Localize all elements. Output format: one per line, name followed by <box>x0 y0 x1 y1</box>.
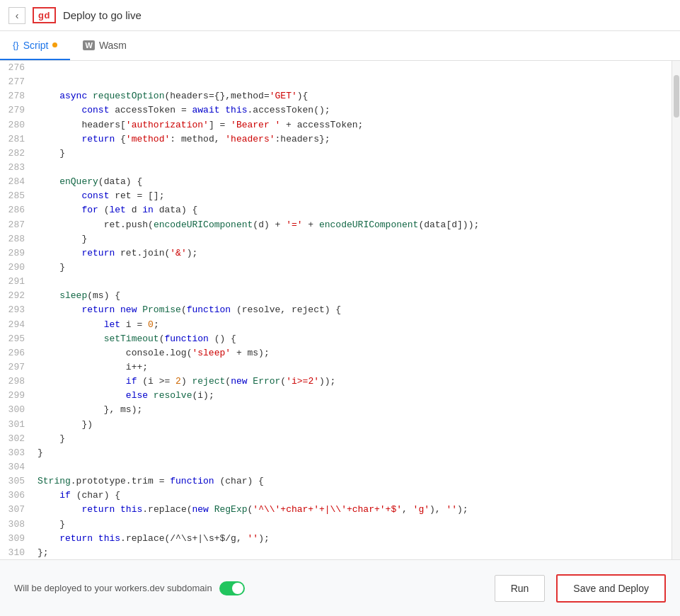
tab-script-label: Script <box>23 40 49 51</box>
code-area: 276 277 278 async requestOption(headers=… <box>0 61 680 559</box>
line-number: 297 <box>0 360 32 375</box>
line-code: async requestOption(headers={},method='G… <box>32 89 672 103</box>
line-number: 283 <box>0 161 32 175</box>
back-button[interactable]: ‹ <box>8 7 25 24</box>
line-number: 298 <box>0 375 32 389</box>
script-icon: {} <box>13 40 19 50</box>
line-number: 295 <box>0 332 32 346</box>
code-scroll[interactable]: 276 277 278 async requestOption(headers=… <box>0 61 672 559</box>
line-number: 289 <box>0 246 32 261</box>
table-row: 295 setTimeout(function () { <box>0 332 672 346</box>
line-number: 279 <box>0 103 32 118</box>
line-code <box>32 275 672 289</box>
line-code: } <box>32 432 672 446</box>
table-row: 310}; <box>0 546 672 559</box>
line-number: 286 <box>0 203 32 217</box>
table-row: 286 for (let d in data) { <box>0 203 672 217</box>
project-badge: gd <box>33 7 56 23</box>
line-number: 307 <box>0 503 32 517</box>
table-row: 284 enQuery(data) { <box>0 175 672 189</box>
line-code: if (char) { <box>32 489 672 503</box>
line-code: } <box>32 147 672 161</box>
unsaved-indicator <box>52 42 57 47</box>
line-code: sleep(ms) { <box>32 289 672 303</box>
table-row: 292 sleep(ms) { <box>0 289 672 303</box>
scrollbar-thumb <box>674 75 679 118</box>
line-code: setTimeout(function () { <box>32 332 672 346</box>
table-row: 303} <box>0 446 672 460</box>
line-number: 291 <box>0 275 32 289</box>
line-code: return {'method': method, 'headers':head… <box>32 132 672 147</box>
line-number: 303 <box>0 446 32 460</box>
line-number: 300 <box>0 403 32 417</box>
save-deploy-button[interactable]: Save and Deploy <box>556 574 666 603</box>
table-row: 309 return this.replace(/^\s+|\s+$/g, ''… <box>0 532 672 546</box>
line-code: } <box>32 232 672 246</box>
line-number: 281 <box>0 132 32 147</box>
line-number: 308 <box>0 518 32 532</box>
tab-script[interactable]: {} Script <box>0 31 70 60</box>
line-code: const accessToken = await this.accessTok… <box>32 103 672 118</box>
line-code: for (let d in data) { <box>32 203 672 217</box>
line-number: 306 <box>0 489 32 503</box>
line-number: 294 <box>0 318 32 332</box>
line-code: ret.push(encodeURIComponent(d) + '=' + e… <box>32 218 672 232</box>
line-number: 276 <box>0 61 32 75</box>
header-title: Deploy to go live <box>63 9 142 21</box>
line-code: }, ms); <box>32 403 672 417</box>
line-number: 280 <box>0 118 32 132</box>
line-code: console.log('sleep' + ms); <box>32 346 672 360</box>
line-number: 299 <box>0 389 32 403</box>
table-row: 305String.prototype.trim = function (cha… <box>0 474 672 489</box>
line-number: 290 <box>0 261 32 275</box>
line-code: } <box>32 261 672 275</box>
line-number: 304 <box>0 460 32 474</box>
line-code: return ret.join('&'); <box>32 246 672 261</box>
line-code: headers['authorization'] = 'Bearer ' + a… <box>32 118 672 132</box>
line-number: 282 <box>0 147 32 161</box>
deploy-info-text: Will be deployed to your workers.dev sub… <box>14 583 212 593</box>
toggle-knob <box>232 583 243 594</box>
table-row: 300 }, ms); <box>0 403 672 417</box>
line-code: else resolve(i); <box>32 389 672 403</box>
table-row: 293 return new Promise(function (resolve… <box>0 303 672 317</box>
table-row: 296 console.log('sleep' + ms); <box>0 346 672 360</box>
line-code: }) <box>32 418 672 432</box>
line-number: 278 <box>0 89 32 103</box>
line-number: 277 <box>0 75 32 89</box>
table-row: 288 } <box>0 232 672 246</box>
table-row: 278 async requestOption(headers={},metho… <box>0 89 672 103</box>
line-code <box>32 161 672 175</box>
line-code <box>32 61 672 75</box>
line-number: 293 <box>0 303 32 317</box>
table-row: 279 const accessToken = await this.acces… <box>0 103 672 118</box>
table-row: 294 let i = 0; <box>0 318 672 332</box>
line-code <box>32 460 672 474</box>
line-code <box>32 75 672 89</box>
table-row: 299 else resolve(i); <box>0 389 672 403</box>
table-row: 302 } <box>0 432 672 446</box>
header: ‹ gd Deploy to go live <box>0 0 680 31</box>
table-row: 287 ret.push(encodeURIComponent(d) + '='… <box>0 218 672 232</box>
run-button[interactable]: Run <box>495 575 546 602</box>
line-number: 302 <box>0 432 32 446</box>
table-row: 301 }) <box>0 418 672 432</box>
table-row: 291 <box>0 275 672 289</box>
line-code: i++; <box>32 360 672 375</box>
scrollbar-track[interactable] <box>672 61 680 559</box>
deploy-toggle[interactable] <box>219 581 245 595</box>
table-row: 308 } <box>0 518 672 532</box>
line-code: return this.replace(/^\s+|\s+$/g, ''); <box>32 532 672 546</box>
line-code: return this.replace(new RegExp('^\\'+cha… <box>32 503 672 517</box>
line-code: String.prototype.trim = function (char) … <box>32 474 672 489</box>
table-row: 298 if (i >= 2) reject(new Error('i>=2')… <box>0 375 672 389</box>
table-row: 283 <box>0 161 672 175</box>
deploy-info: Will be deployed to your workers.dev sub… <box>14 581 245 595</box>
table-row: 285 const ret = []; <box>0 189 672 203</box>
line-number: 292 <box>0 289 32 303</box>
line-number: 301 <box>0 418 32 432</box>
footer: Will be deployed to your workers.dev sub… <box>0 559 680 616</box>
tab-wasm[interactable]: W Wasm <box>70 31 139 60</box>
line-number: 285 <box>0 189 32 203</box>
line-code: }; <box>32 546 672 559</box>
